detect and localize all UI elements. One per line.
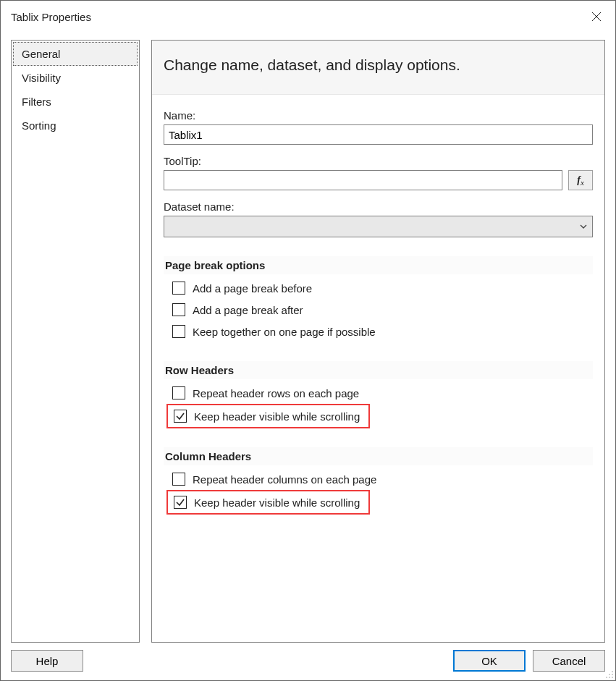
tooltip-input[interactable] [164, 170, 562, 190]
sidebar-tab-label: General [22, 48, 60, 60]
chevron-down-icon [579, 221, 588, 233]
option-label: Keep header visible while scrolling [194, 410, 360, 423]
dataset-dropdown[interactable] [164, 216, 593, 237]
sidebar-tab-filters[interactable]: Filters [13, 90, 138, 114]
content-panel: Change name, dataset, and display option… [151, 40, 605, 643]
help-button[interactable]: Help [11, 650, 83, 672]
checkbox[interactable] [172, 473, 185, 486]
name-label: Name: [164, 109, 593, 122]
section-title: Column Headers [164, 447, 593, 465]
option-label: Repeat header rows on each page [193, 387, 359, 399]
option-repeat-header-columns[interactable]: Repeat header columns on each page [164, 468, 593, 490]
dialog-footer: Help OK Cancel [1, 647, 615, 680]
fx-icon: fx [577, 174, 584, 186]
option-label: Add a page break after [193, 304, 303, 316]
checkbox[interactable] [172, 386, 185, 399]
button-label: Help [36, 655, 59, 667]
checkbox[interactable] [174, 410, 187, 423]
sidebar-tab-label: Filters [22, 96, 51, 108]
sidebar: General Visibility Filters Sorting [11, 40, 140, 643]
window-title: Tablix Properties [11, 11, 581, 23]
section-column-headers: Column Headers Repeat header columns on … [164, 447, 593, 515]
dataset-label: Dataset name: [164, 200, 593, 213]
ok-button[interactable]: OK [453, 650, 526, 672]
checkbox[interactable] [172, 303, 185, 316]
option-label: Keep together on one page if possible [193, 326, 376, 338]
sidebar-tab-visibility[interactable]: Visibility [13, 66, 138, 90]
option-keep-row-header-visible[interactable]: Keep header visible while scrolling [168, 405, 361, 427]
panel-heading: Change name, dataset, and display option… [152, 41, 604, 95]
svg-point-4 [612, 674, 613, 675]
tooltip-label: ToolTip: [164, 155, 593, 167]
titlebar: Tablix Properties [1, 1, 615, 33]
section-page-break: Page break options Add a page break befo… [164, 256, 593, 342]
resize-grip-icon[interactable] [604, 669, 614, 679]
expression-button[interactable]: fx [568, 170, 593, 190]
button-label: OK [481, 655, 497, 667]
close-button[interactable] [581, 2, 612, 31]
dialog-window: Tablix Properties General Visibility Fil… [0, 0, 616, 681]
option-keep-together[interactable]: Keep together on one page if possible [164, 321, 593, 342]
panel-body: Name: ToolTip: fx Dataset name: [152, 95, 604, 642]
option-label: Add a page break before [193, 282, 312, 295]
option-page-break-after[interactable]: Add a page break after [164, 299, 593, 321]
section-title: Page break options [164, 256, 593, 274]
option-label: Keep header visible while scrolling [194, 496, 360, 509]
sidebar-tab-label: Visibility [22, 72, 61, 84]
section-row-headers: Row Headers Repeat header rows on each p… [164, 361, 593, 428]
svg-point-2 [612, 671, 613, 672]
dialog-body: General Visibility Filters Sorting Chang… [1, 33, 615, 647]
svg-point-6 [609, 677, 610, 678]
highlight-annotation: Keep header visible while scrolling [166, 490, 370, 515]
svg-point-5 [606, 677, 607, 678]
cancel-button[interactable]: Cancel [533, 650, 605, 672]
checkbox[interactable] [172, 325, 185, 338]
name-input[interactable] [164, 124, 593, 145]
button-label: Cancel [552, 655, 586, 667]
close-icon [591, 12, 602, 22]
svg-point-7 [612, 677, 613, 678]
sidebar-tab-label: Sorting [22, 119, 56, 132]
checkbox[interactable] [174, 496, 187, 509]
option-keep-column-header-visible[interactable]: Keep header visible while scrolling [168, 491, 361, 513]
section-title: Row Headers [164, 361, 593, 379]
option-page-break-before[interactable]: Add a page break before [164, 277, 593, 299]
sidebar-tab-sorting[interactable]: Sorting [13, 114, 138, 138]
highlight-annotation: Keep header visible while scrolling [166, 404, 370, 428]
sidebar-tab-general[interactable]: General [13, 42, 138, 66]
option-label: Repeat header columns on each page [193, 473, 376, 486]
checkbox[interactable] [172, 282, 185, 295]
svg-point-3 [609, 674, 610, 675]
option-repeat-header-rows[interactable]: Repeat header rows on each page [164, 382, 593, 404]
